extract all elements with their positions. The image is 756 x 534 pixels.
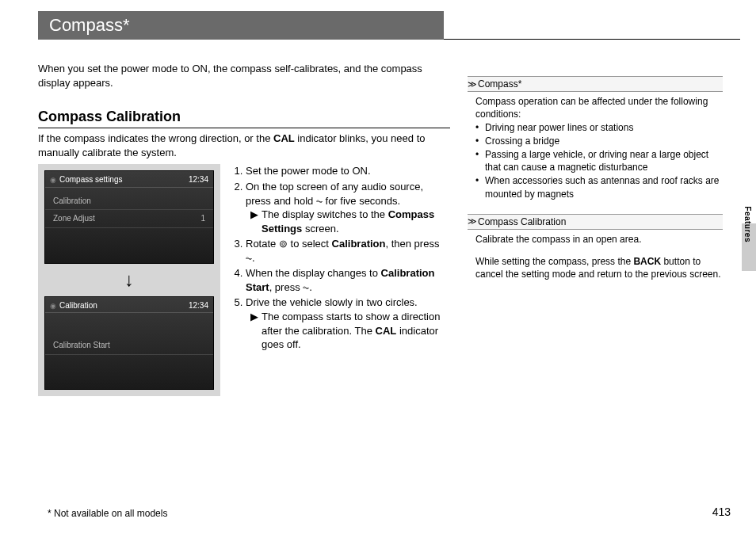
s4-tail: . (309, 281, 312, 293)
step-2-tail: for five seconds. (323, 195, 400, 207)
page-number: 413 (712, 505, 731, 520)
screen2-clock: 12:34 (189, 300, 208, 311)
screen-calibration: Calibration 12:34 Calibration Start (44, 296, 214, 390)
step-2-sub: The display switches to the Compass Sett… (262, 208, 450, 235)
step-2: On the top screen of any audio source, p… (246, 180, 450, 235)
screen2-row: Calibration Start (53, 340, 110, 351)
sidenote-1-title: Compass* (478, 78, 521, 90)
intro-text: When you set the power mode to ON, the c… (38, 62, 450, 90)
sidenote-1-lead: Compass operation can be affected under … (475, 95, 723, 120)
step-1-text: Set the power mode to ON. (246, 165, 371, 177)
title-rule (444, 39, 740, 40)
triangle-icon: ▶ (250, 208, 258, 235)
sidenote-2-heading: ≫Compass Calibration (468, 214, 723, 230)
press-icon: ⏦ (316, 195, 323, 207)
arrow-down-icon: ↓ (44, 264, 214, 296)
s3-tail: . (252, 252, 255, 264)
s5-text: Drive the vehicle slowly in two circles. (246, 296, 418, 308)
sidenote-1-heading: ≫Compass* (468, 76, 723, 92)
section-intro-pre: If the compass indicates the wrong direc… (38, 132, 273, 144)
step-1: Set the power mode to ON. (246, 164, 450, 178)
rotate-icon: ⊚ (279, 238, 288, 250)
side1-item: When accessories such as antennas and ro… (475, 174, 723, 200)
s2-sub-pre: The display switches to the (262, 208, 388, 220)
sidenote-1-body: Compass operation can be affected under … (468, 92, 723, 214)
chevron-icon: ≫ (468, 216, 475, 227)
s2-sub-post: screen. (302, 223, 338, 235)
section-intro: If the compass indicates the wrong direc… (38, 132, 450, 159)
s3-mid: to select (288, 238, 332, 250)
sidenote-2-p1: Calibrate the compass in an open area. (475, 233, 723, 246)
sidenote-2-title: Compass Calibration (478, 216, 566, 228)
side1-item: Passing a large vehicle, or driving near… (475, 148, 723, 174)
screen1-row2-label: Zone Adjust (53, 213, 95, 224)
step-4: When the display changes to Calibration … (246, 266, 450, 294)
screen1-clock: 12:34 (189, 174, 208, 185)
steps-list: Set the power mode to ON. On the top scr… (231, 164, 450, 395)
sidenote-2-body: Calibrate the compass in an open area. W… (468, 230, 723, 294)
triangle-icon: ▶ (250, 310, 258, 352)
screenshots-panel: Compass settings 12:34 Calibration Zone … (38, 164, 220, 395)
screen2-title: Calibration (50, 300, 97, 311)
s2p2-bold: BACK (633, 256, 661, 267)
step-5-sub: The compass starts to show a direction a… (262, 310, 450, 352)
s2p2-pre: While setting the compass, press the (475, 256, 633, 267)
screen1-title: Compass settings (50, 174, 122, 185)
section-intro-bold: CAL (273, 132, 295, 144)
screen1-row1: Calibration (53, 196, 91, 207)
press-icon: ⏦ (246, 252, 252, 264)
screen1-row2-value: 1 (200, 213, 205, 224)
screen-compass-settings: Compass settings 12:34 Calibration Zone … (44, 170, 214, 264)
side1-item: Crossing a bridge (475, 135, 723, 147)
side1-item: Driving near power lines or stations (475, 121, 723, 134)
footnote: * Not available on all models (48, 507, 167, 520)
s3-bold: Calibration (332, 238, 386, 250)
s5-sub-bold: CAL (376, 325, 397, 337)
s3-pre: Rotate (246, 238, 279, 250)
page-title: Compass* (38, 11, 444, 40)
sidenote-2-p2: While setting the compass, press the BAC… (475, 255, 723, 280)
s4-post: , press (269, 281, 304, 293)
s4-pre: When the display changes to (246, 267, 381, 279)
step-5: Drive the vehicle slowly in two circles.… (246, 296, 450, 351)
section-tab-label: Features (743, 206, 754, 242)
chevron-icon: ≫ (468, 78, 475, 90)
s3-post: , then press (385, 238, 439, 250)
section-heading: Compass Calibration (38, 107, 450, 128)
step-3: Rotate ⊚ to select Calibration, then pre… (246, 237, 450, 265)
